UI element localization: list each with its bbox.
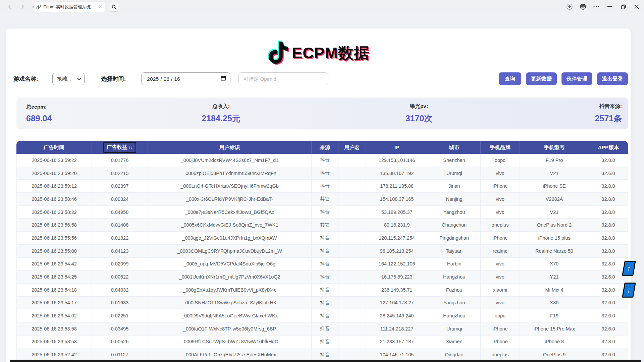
- revenue-sort-button[interactable]: 广告收益↑↓: [103, 142, 136, 153]
- cell-app-version: 32.6.0: [589, 309, 628, 322]
- cell-phone-brand: vivo: [481, 193, 520, 206]
- col-source: 来源: [312, 141, 338, 154]
- table-row: 2025-06-16 23:54:25 0.00622 _0001UuiKmXN…: [16, 270, 628, 284]
- stat-label: 总ecpm:: [26, 104, 52, 111]
- partner-manage-button[interactable]: 伙伴管理: [561, 72, 592, 85]
- cell-ad-time: 2025-06-16 23:55:00: [16, 245, 92, 258]
- cell-city: Hangzhou: [428, 270, 481, 284]
- cell-phone-brand: iPhone: [481, 322, 520, 336]
- forward-icon[interactable]: [18, 2, 27, 11]
- cell-ad-revenue: 0.02397: [92, 180, 148, 193]
- search-button[interactable]: [109, 2, 119, 12]
- cell-ip: 127.164.178.27: [366, 297, 428, 310]
- cell-username: [338, 232, 366, 245]
- cell-ip: 111.24.218.227: [366, 322, 428, 336]
- cell-phone-brand: vivo: [481, 258, 520, 271]
- tiktok-note-icon: [267, 39, 289, 66]
- cell-username: [338, 219, 366, 232]
- restore-icon[interactable]: [619, 2, 628, 11]
- cell-source: 抖音: [312, 309, 338, 322]
- cell-source: 抖音: [312, 297, 338, 310]
- cell-phone-model: iPhone 8: [520, 336, 589, 349]
- cell-phone-model: X70: [520, 258, 589, 271]
- cell-username: [338, 270, 366, 284]
- cell-user-id: _000D9V9dqfjN6A5LoGeeBWwrGlaxehWKx: [148, 309, 312, 322]
- cell-app-version: 32.8.0: [589, 336, 628, 349]
- data-table: 广告时间 广告收益↑↓ 用户标识 来源 用户名 IP 城市 手机品牌 手机型号 …: [16, 141, 628, 362]
- cell-ad-time: 2025-06-16 23:59:22: [16, 154, 92, 167]
- tab-close-icon[interactable]: [99, 5, 102, 9]
- more-menu-icon[interactable]: [592, 2, 601, 11]
- cell-city: Urumqi: [428, 167, 481, 180]
- cell-city: Fuzhou: [428, 284, 481, 297]
- cell-source: 抖音: [312, 232, 338, 245]
- cell-app-version: 32.6.0: [589, 322, 628, 336]
- table-row: 2025-06-16 23:54:02 0.02251 _000D9V9dqfj…: [16, 309, 628, 322]
- stat-exposure-pv: 曝光pv: 3170次: [359, 98, 479, 129]
- table-row: 2025-06-16 23:58:22 0.04958 _000e7je3sNa…: [16, 206, 628, 219]
- search-icon: [112, 5, 116, 9]
- col-ad-time: 广告时间: [16, 141, 92, 154]
- cell-app-version: 32.8.0: [589, 206, 628, 219]
- cell-source: 其它: [312, 193, 338, 206]
- chevron-down-icon: [77, 76, 81, 82]
- cell-ad-revenue: 0.00622: [92, 270, 148, 284]
- col-ad-revenue: 广告收益↑↓: [92, 141, 148, 154]
- cell-app-version: 32.8.0: [589, 154, 628, 167]
- download-icon[interactable]: [565, 2, 574, 11]
- cell-ad-time: 2025-06-16 23:55:56: [16, 232, 92, 245]
- cell-source: 抖音: [312, 322, 338, 336]
- cell-city: Xiamen: [428, 336, 481, 349]
- cell-phone-brand: iPhone: [481, 232, 520, 245]
- cell-source: 抖音: [312, 270, 338, 284]
- cell-city: Jinan: [428, 180, 481, 193]
- cell-ad-revenue: 0.04958: [92, 206, 148, 219]
- page-background: ECPM数据 游戏名称: 抢滩... 选择时间: 2025 / 06 / 16 …: [0, 13, 644, 362]
- globe-icon[interactable]: [578, 2, 588, 11]
- game-select[interactable]: 抢滩...: [52, 73, 85, 85]
- stat-value: 2184.25元: [161, 113, 281, 124]
- logo: ECPM数据: [6, 37, 631, 69]
- minimize-icon[interactable]: [605, 2, 614, 11]
- cell-city: Shenzhen: [428, 154, 481, 167]
- update-data-button[interactable]: 更新数据: [526, 72, 557, 85]
- col-username: 用户名: [338, 141, 366, 154]
- browser-tab[interactable]: Ecpm-实时数据管理系统: [34, 2, 105, 12]
- table-row: 2025-06-16 23:54:18 0.04032 _000gEnXs1qy…: [16, 284, 628, 297]
- cell-ip: 21.233.157.187: [366, 336, 428, 349]
- cell-ad-time: 2025-06-16 23:58:22: [16, 206, 92, 219]
- cell-source: 抖音: [312, 154, 338, 167]
- date-input[interactable]: 2025 / 06 / 16: [141, 72, 230, 85]
- cell-phone-model: V21: [520, 167, 589, 180]
- cell-phone-brand: xiaomi: [481, 284, 520, 297]
- cell-phone-brand: realme: [481, 245, 520, 258]
- cell-ad-revenue: 0.04123: [92, 245, 148, 258]
- calendar-icon[interactable]: [221, 75, 226, 82]
- cell-phone-model: F19 Pro: [520, 154, 589, 167]
- logout-button[interactable]: 退出登录: [597, 72, 628, 85]
- back-icon[interactable]: [5, 2, 14, 11]
- cell-ip: 178.211.135.88: [366, 180, 428, 193]
- cell-username: [338, 167, 366, 180]
- cell-phone-model: V2282A: [520, 193, 589, 206]
- cell-phone-brand: vivo: [481, 297, 520, 310]
- cell-source: 抖音: [312, 284, 338, 297]
- arrow-down-icon: ↓: [626, 286, 632, 295]
- cell-city: Changchun: [428, 219, 481, 232]
- close-icon[interactable]: [632, 2, 641, 11]
- cell-ad-time: 2025-06-16 23:58:46: [16, 193, 92, 206]
- cell-user-id: _0001UuiKmXNr1mS_mUg7PzVm0X6vX1oQ2: [148, 270, 312, 284]
- table-row: 2025-06-16 23:54:17 0.01633 _000ISNHJOT1…: [16, 297, 628, 310]
- cell-ip: 236.149.35.71: [366, 284, 428, 297]
- cell-ad-revenue: 0.03495: [92, 322, 148, 336]
- openid-input[interactable]: [238, 72, 328, 85]
- horizontal-scrollbar[interactable]: [10, 360, 641, 362]
- cell-phone-model: iPhone 15 plus: [520, 232, 589, 245]
- cell-phone-model: V21: [520, 206, 589, 219]
- cell-username: [338, 193, 366, 206]
- cell-app-version: 32.8.0: [589, 219, 628, 232]
- query-button[interactable]: 查询: [499, 72, 521, 85]
- cell-ip: 16.175.89.223: [366, 270, 428, 284]
- stat-label: 抖音来源:: [595, 103, 622, 110]
- table-header-row: 广告时间 广告收益↑↓ 用户标识 来源 用户名 IP 城市 手机品牌 手机型号 …: [16, 141, 628, 154]
